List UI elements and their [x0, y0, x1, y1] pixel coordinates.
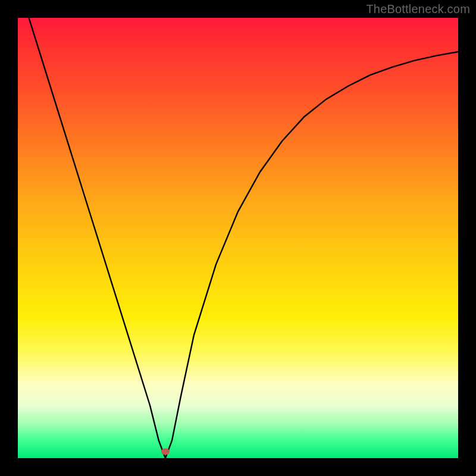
curve-svg: [18, 18, 458, 458]
bottleneck-curve-path: [18, 18, 458, 458]
minimum-marker: [161, 448, 170, 455]
watermark-text: TheBottleneck.com: [366, 2, 470, 16]
chart-frame: TheBottleneck.com: [0, 0, 476, 476]
plot-area: [18, 18, 458, 458]
